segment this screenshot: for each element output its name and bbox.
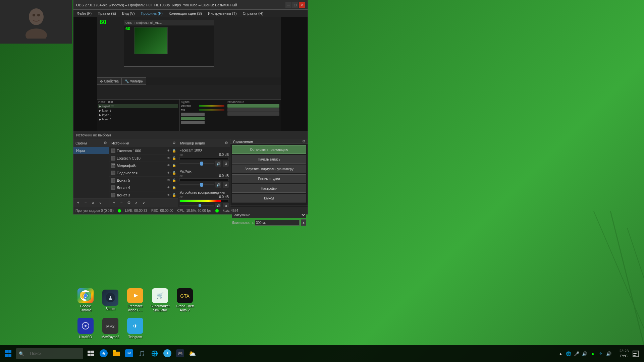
source-controls-6: 👁 🔒 xyxy=(166,193,176,197)
systray-notification-center[interactable] xyxy=(631,349,640,358)
source-lock-2[interactable]: 🔒 xyxy=(172,163,176,168)
taskbar-search-container[interactable]: 🔍 xyxy=(16,348,83,359)
source-item-3[interactable]: 🎥 Подписался 👁 🔒 xyxy=(109,169,178,177)
source-visibility-3[interactable]: 👁 xyxy=(166,171,171,175)
start-recording-button[interactable]: Начать запись xyxy=(232,155,306,164)
systray-volume-icon[interactable]: 🔊 xyxy=(605,350,612,357)
desktop-icon-ultraiso[interactable]: UltraISO xyxy=(74,315,97,342)
obs-maximize-button[interactable]: □ xyxy=(292,2,298,8)
virtual-camera-button[interactable]: Запустить виртуальную камеру xyxy=(232,165,306,173)
scenes-up-button[interactable]: ∧ xyxy=(90,199,96,206)
obs-minimize-button[interactable]: ─ xyxy=(285,2,291,8)
scenes-list[interactable]: Игры xyxy=(73,147,109,198)
source-lock-4[interactable]: 🔒 xyxy=(172,178,176,183)
duration-input[interactable]: 300 мс xyxy=(255,220,300,226)
source-lock-1[interactable]: 🔒 xyxy=(172,156,176,161)
manage-header-icon[interactable]: ⚙ xyxy=(302,139,306,143)
source-item-2[interactable]: 🎬 Медиафайл 👁 🔒 xyxy=(109,162,178,169)
source-controls-3: 👁 🔒 xyxy=(166,171,176,175)
taskbar-media-icon[interactable]: 🎵 xyxy=(136,347,148,360)
audio-header-icon[interactable]: ⚙ xyxy=(225,141,228,145)
desktop-icon-gta[interactable]: GTA Grand TheftAuto V xyxy=(173,287,197,314)
taskbar-edge-icon[interactable]: e xyxy=(97,347,110,360)
start-button[interactable] xyxy=(1,347,15,360)
audio-settings-2[interactable]: ⚙ xyxy=(223,203,229,207)
source-visibility-0[interactable]: 👁 xyxy=(166,148,171,153)
source-item-6[interactable]: 🎥 Донат 3 👁 🔒 xyxy=(109,191,178,198)
audio-slider-0[interactable] xyxy=(179,163,214,164)
source-item-1[interactable]: 🎥 Logitech C310 👁 🔒 xyxy=(109,155,178,162)
sources-down-button[interactable]: ∨ xyxy=(140,199,147,206)
desktop-icon-steam[interactable]: ♟ Steam xyxy=(99,287,122,314)
systray-speaker[interactable]: 🔊 xyxy=(581,350,588,357)
source-lock-6[interactable]: 🔒 xyxy=(172,193,176,197)
obs-menu-view[interactable]: Вид (V) xyxy=(120,11,137,16)
obs-menu-edit[interactable]: Правка (E) xyxy=(96,11,118,16)
desktop-icon-telegram[interactable]: ✈ Telegram xyxy=(123,315,147,342)
audio-slider-1[interactable] xyxy=(179,184,214,185)
source-visibility-4[interactable]: 👁 xyxy=(166,178,171,183)
sources-add-button[interactable]: + xyxy=(111,199,117,206)
source-item-5[interactable]: 🎥 Донат 4 👁 🔒 xyxy=(109,184,178,191)
audio-ch-name-0: Facecam 1000 xyxy=(179,148,229,152)
systray-telegram-tray[interactable]: ✈ xyxy=(597,350,604,357)
audio-settings-1[interactable]: ⚙ xyxy=(223,182,229,188)
source-lock-0[interactable]: 🔒 xyxy=(172,148,176,153)
taskbar-mail-icon[interactable]: ✉ xyxy=(123,347,136,360)
source-lock-5[interactable]: 🔒 xyxy=(172,185,176,190)
scenes-remove-button[interactable]: − xyxy=(82,199,89,206)
webcam-feed xyxy=(0,0,72,44)
sources-settings-button[interactable]: ⚙ xyxy=(125,199,132,206)
scene-item-games[interactable]: Игры xyxy=(73,147,109,154)
taskbar-chat-icon[interactable]: ✈ xyxy=(161,347,174,360)
source-item-0[interactable]: 🎥 Facecam 1000 👁 🔒 xyxy=(109,147,178,155)
systray-mic[interactable]: 🎤 xyxy=(573,350,580,357)
obs-menu-tools[interactable]: Инструменты (T) xyxy=(206,11,239,16)
filters-button[interactable]: 🔧 Фильтры xyxy=(122,77,147,85)
sources-header-icon[interactable]: ⚙ xyxy=(172,141,176,145)
taskbar-explorer-icon[interactable] xyxy=(110,347,123,360)
taskbar-game-icon[interactable]: 🎮 xyxy=(174,347,186,360)
systray-expand[interactable]: ▲ xyxy=(557,350,564,357)
desktop-icon-supermarket[interactable]: 🛒 SupermarketSimulator xyxy=(148,287,172,314)
obs-menu-help[interactable]: Справка (H) xyxy=(241,11,265,16)
source-lock-3[interactable]: 🔒 xyxy=(172,171,176,175)
desktop-icon-chrome[interactable]: GoogleChrome xyxy=(74,287,97,314)
scenes-header-icon[interactable]: ⚙ xyxy=(104,141,107,145)
obs-menu-scenes[interactable]: Коллекция сцен (S) xyxy=(167,11,204,16)
scenes-add-button[interactable]: + xyxy=(75,199,82,206)
source-visibility-1[interactable]: 👁 xyxy=(166,156,171,161)
duration-increment[interactable]: ▲ xyxy=(301,219,306,226)
systray-network[interactable]: 🌐 xyxy=(565,350,572,357)
taskbar-search-input[interactable] xyxy=(28,348,79,359)
taskbar-weather[interactable]: ⛅ xyxy=(186,350,198,357)
source-item-4[interactable]: 🎥 Донат 5 👁 🔒 xyxy=(109,177,178,184)
desktop-icon-maxpayne[interactable]: MP2 MaxPayne2 xyxy=(99,315,122,342)
systray-time[interactable]: 23:23 РУС xyxy=(618,349,630,359)
studio-mode-button[interactable]: Режим студии xyxy=(232,174,306,183)
properties-button[interactable]: ⚙ Свойства xyxy=(97,77,122,85)
audio-mute-2[interactable]: 🔊 xyxy=(215,203,221,207)
obs-menu-file[interactable]: Файл (F) xyxy=(75,11,94,16)
systray-obs-green[interactable]: ● xyxy=(589,350,596,357)
scenes-down-button[interactable]: ∨ xyxy=(97,199,104,206)
source-visibility-2[interactable]: 👁 xyxy=(166,163,171,168)
audio-mute-1[interactable]: 🔊 xyxy=(215,182,221,188)
audio-mute-0[interactable]: 🔊 xyxy=(215,161,221,167)
source-visibility-5[interactable]: 👁 xyxy=(166,185,171,190)
obs-close-button[interactable]: ✕ xyxy=(299,2,305,8)
source-visibility-6[interactable]: 👁 xyxy=(166,193,171,197)
audio-settings-0[interactable]: ⚙ xyxy=(223,161,229,167)
desktop-icon-freemake[interactable]: FreemakeVideo C... xyxy=(123,287,147,314)
exit-button[interactable]: Выход xyxy=(232,194,306,202)
sources-up-button[interactable]: ∧ xyxy=(133,199,140,206)
settings-button[interactable]: Настройки xyxy=(232,184,306,193)
taskbar-browser-icon[interactable]: 🌐 xyxy=(148,347,161,360)
obs-menu-profile[interactable]: Профиль (P) xyxy=(139,11,165,16)
preview-main[interactable]: 60 OBS - Профиль Full_HD... 60 Источники xyxy=(97,17,281,131)
audio-slider-2[interactable] xyxy=(179,205,214,206)
taskbar-task-view[interactable] xyxy=(85,347,97,360)
sources-list[interactable]: 🎥 Facecam 1000 👁 🔒 🎥 Logitech C310 👁 🔒 xyxy=(109,147,178,198)
sources-remove-button[interactable]: − xyxy=(118,199,125,206)
stop-streaming-button[interactable]: Остановить трансляцию xyxy=(232,145,306,154)
